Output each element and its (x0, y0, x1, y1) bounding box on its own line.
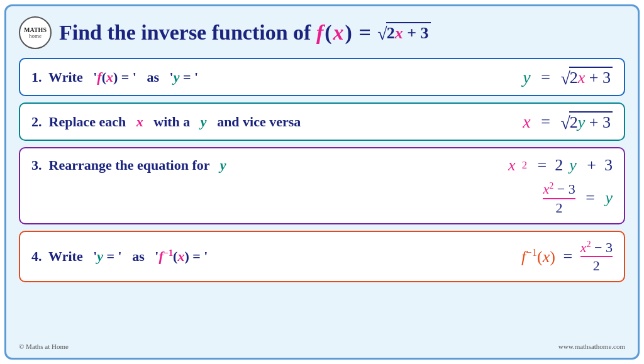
title-sqrt: √ 2x + 3 (377, 22, 430, 43)
logo-text-maths: MATHS (24, 26, 47, 33)
step1-box: 1. Write 'f(x) = ' as 'y = ' y = √ 2x + … (19, 58, 625, 96)
step3-text: 3. Rearrange the equation for y (31, 157, 226, 174)
step3-row2: x2 − 3 2 = y (31, 181, 613, 216)
step3-content: 3. Rearrange the equation for y x2 = 2 y… (31, 156, 613, 216)
step2-result: x = √ 2y + 3 (523, 111, 613, 132)
title-fx: f (316, 21, 323, 45)
page-title: Find the inverse function of f(x) = √ 2x… (59, 21, 431, 45)
step2-box: 2. Replace each x with a y and vice vers… (19, 102, 625, 141)
step2-text: 2. Replace each x with a y and vice vers… (31, 114, 301, 130)
step1-text: 1. Write 'f(x) = ' as 'y = ' (31, 69, 198, 85)
title-text: Find the inverse function of (59, 21, 311, 45)
step2-sqrt: √ 2y + 3 (560, 111, 613, 132)
logo: MATHS home (19, 16, 52, 49)
logo-text-home: home (29, 33, 42, 40)
header: MATHS home Find the inverse function of … (19, 16, 625, 49)
main-page: MATHS home Find the inverse function of … (4, 4, 640, 360)
step1-sqrt: √ 2x + 3 (560, 67, 613, 87)
footer: © Maths at Home www.mathsathome.com (19, 343, 625, 350)
footer-right: www.mathsathome.com (558, 343, 625, 350)
step3-result2: x2 − 3 2 = y (543, 181, 613, 216)
step3-box: 3. Rearrange the equation for y x2 = 2 y… (19, 147, 625, 224)
title-math: f(x) = √ 2x + 3 (316, 21, 431, 45)
step4-text: 4. Write 'y = ' as 'f−1(x) = ' (31, 248, 208, 265)
step3-result1: x2 = 2 y + 3 (508, 156, 613, 175)
step4-box: 4. Write 'y = ' as 'f−1(x) = ' f−1(x) = … (19, 231, 625, 283)
step4-result: f−1(x) = x2 − 3 2 (521, 240, 613, 274)
footer-left: © Maths at Home (19, 343, 69, 350)
step3-row1: 3. Rearrange the equation for y x2 = 2 y… (31, 156, 613, 175)
step1-result: y = √ 2x + 3 (523, 67, 613, 87)
title-x: x (333, 21, 344, 45)
steps-container: 1. Write 'f(x) = ' as 'y = ' y = √ 2x + … (19, 58, 625, 339)
